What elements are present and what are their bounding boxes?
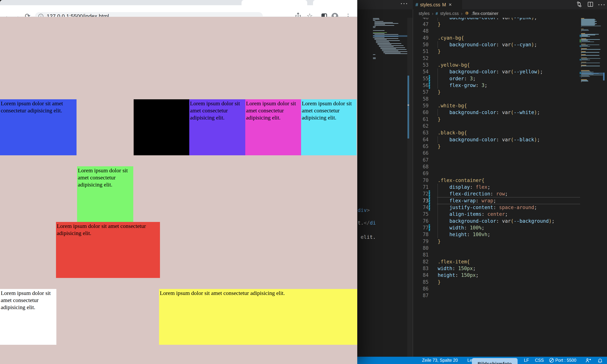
breadcrumb-file[interactable]: styles.css: [440, 11, 459, 16]
eol-status[interactable]: LF: [524, 357, 529, 364]
code-line[interactable]: }: [438, 21, 441, 28]
code-line[interactable]: }: [438, 143, 441, 150]
code-line[interactable]: .black-bg{: [438, 129, 467, 136]
minimap-line: [581, 49, 600, 50]
language-mode-status[interactable]: CSS: [535, 357, 544, 364]
code-fragment[interactable]: elit.: [361, 234, 376, 240]
browser-tab-strip: [0, 0, 357, 5]
code-line[interactable]: height: 150px;: [438, 272, 478, 279]
code-line[interactable]: align-items: center;: [438, 211, 508, 218]
code-token: [438, 198, 450, 204]
minimap-line: [375, 24, 385, 25]
code-line[interactable]: background-color: var(--white);: [438, 109, 540, 116]
code-line[interactable]: display: flex;: [438, 184, 490, 191]
code-line[interactable]: flex-grow: 3;: [438, 82, 487, 89]
code-fragment[interactable]: div>: [358, 207, 370, 214]
code-token: :: [476, 82, 482, 88]
minimap-line: [377, 43, 401, 44]
code-line[interactable]: background-color: var(--pink);: [438, 18, 537, 21]
code-token: ;: [540, 69, 543, 75]
code-token: {: [482, 178, 485, 183]
tab-styles-css[interactable]: # styles.css M ×: [413, 0, 463, 9]
browser-tab[interactable]: [313, 0, 357, 5]
code-line[interactable]: }: [438, 116, 441, 123]
line-number: 61: [413, 116, 428, 123]
code-token: var: [502, 110, 511, 115]
code-line[interactable]: }: [438, 48, 441, 55]
minimap-line: [581, 40, 588, 40]
minimap-line: [581, 63, 600, 63]
browser-tab[interactable]: [242, 0, 307, 5]
cursor-position-status[interactable]: Zeile 73, Spalte 20: [422, 357, 458, 364]
minimap-index-html[interactable]: [373, 18, 407, 63]
blue-box: Lorem ipsum dolor sit amet consectetur a…: [0, 99, 77, 155]
minimap-line: [581, 41, 590, 41]
code-token: }: [438, 22, 441, 27]
code-token: ;: [484, 82, 487, 88]
minimap-line: [581, 45, 588, 46]
line-number: 71: [413, 184, 428, 191]
minimap-line: [581, 51, 586, 52]
code-token: (: [511, 218, 514, 224]
css-file-icon: #: [415, 2, 418, 8]
code-line[interactable]: flex-direction: row;: [438, 190, 508, 197]
code-line[interactable]: background-color: var(--cyan);: [438, 41, 537, 48]
cyan-box: Lorem ipsum dolor sit amet consectetur a…: [301, 99, 357, 155]
live-server-port-status[interactable]: Port : 5500: [549, 357, 576, 364]
code-fragment[interactable]: t.</di: [358, 220, 376, 226]
line-number: 68: [413, 163, 428, 170]
code-line[interactable]: width: 100%;: [438, 224, 485, 231]
code-token: ): [531, 42, 534, 47]
line-number: 53: [413, 62, 428, 68]
code-line[interactable]: .cyan-bg{: [438, 35, 464, 41]
code-line[interactable]: background-color: var(--yellow);: [438, 68, 543, 75]
code-line[interactable]: order: 3;: [438, 75, 476, 82]
breadcrumb-symbol[interactable]: .flex-container: [471, 11, 498, 16]
lorem-text: Lorem ipsum dolor sit amet consectetur a…: [56, 222, 160, 237]
code-line[interactable]: }: [438, 279, 441, 286]
chevron-right-icon: ›: [461, 11, 463, 16]
editor-group1-more-actions-icon[interactable]: [401, 3, 407, 4]
code-line[interactable]: background-color: var(--background);: [438, 218, 555, 225]
minimap-line: [581, 80, 588, 81]
code-line[interactable]: .yellow-bg{: [438, 62, 470, 68]
scrollbar-thumb[interactable]: [407, 76, 409, 139]
minimap-line: [581, 55, 599, 56]
feedback-icon[interactable]: [585, 358, 591, 364]
line-number: 50: [413, 41, 428, 48]
code-line[interactable]: justify-content: space-around;: [438, 204, 537, 211]
editor-more-actions-icon[interactable]: [598, 4, 605, 5]
code-token: var: [502, 18, 511, 20]
minimap-line: [581, 79, 587, 80]
chevron-right-icon: ›: [432, 11, 433, 16]
code-line[interactable]: .flex-item{: [438, 258, 470, 265]
breadcrumb-folder[interactable]: styles: [419, 11, 430, 16]
code-token: [438, 76, 450, 81]
line-number: 85: [413, 279, 428, 286]
code-line[interactable]: .flex-container{: [438, 177, 484, 184]
code-token: ): [549, 218, 552, 224]
code-line[interactable]: height: 100vh;: [438, 231, 490, 238]
notifications-bell-icon[interactable]: [598, 358, 603, 364]
open-changes-icon[interactable]: [576, 1, 582, 8]
code-line[interactable]: background-color: var(--black);: [438, 136, 540, 143]
code-line[interactable]: .white-bg{: [438, 102, 467, 109]
minimap-line: [373, 54, 375, 55]
line-number: 60: [413, 109, 428, 116]
screen: # styles.css M × styles › # styles.css ›: [0, 0, 607, 364]
code-token: width: [450, 225, 464, 231]
minimap-styles-css[interactable]: [581, 18, 603, 104]
code-token: ;: [534, 205, 537, 210]
close-tab-icon[interactable]: ×: [449, 2, 452, 8]
code-line[interactable]: }: [438, 238, 441, 245]
minimap-line: [380, 48, 396, 49]
code-token: :: [476, 198, 482, 204]
scrollbar-track[interactable]: [407, 18, 413, 357]
code-line[interactable]: width: 150px;: [438, 265, 476, 272]
minimap-line: [373, 27, 375, 28]
code-editor[interactable]: 46 background-color: var(--pink);47}4849…: [413, 18, 607, 357]
line-number: 84: [413, 272, 428, 279]
split-editor-icon[interactable]: [587, 1, 594, 8]
code-line[interactable]: }: [438, 89, 441, 96]
code-line[interactable]: flex-wrap: wrap;: [438, 197, 496, 204]
